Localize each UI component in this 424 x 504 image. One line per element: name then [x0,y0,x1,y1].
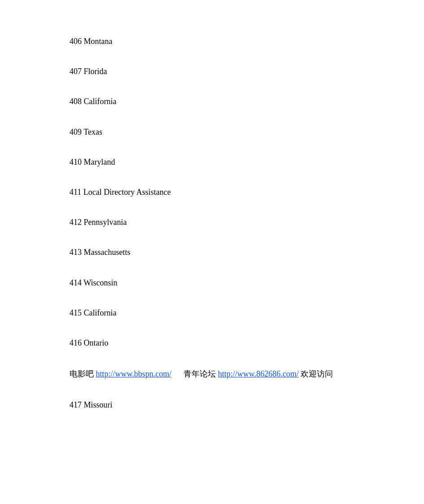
list-item-417[interactable]: 417 Missouri [70,399,424,411]
item-411-label: 411 Local Directory Assistance [70,188,171,197]
list-item-414[interactable]: 414 Wisconsin [70,277,424,289]
footer-prefix: 电影吧 [70,369,94,378]
footer-suffix: 欢迎访问 [301,369,333,378]
list-item-416[interactable]: 416 Ontario [70,337,424,349]
item-412-label: 412 Pennsylvania [70,218,127,227]
item-414-label: 414 Wisconsin [70,278,117,287]
footer-middle: 青年论坛 [184,369,216,378]
list-item-415[interactable]: 415 California [70,307,424,319]
list-item-408[interactable]: 408 California [70,96,424,107]
main-content: 406 Montana 407 Florida 408 California 4… [0,0,424,465]
list-item-410[interactable]: 410 Maryland [70,157,424,168]
item-416-label: 416 Ontario [70,338,108,347]
list-item-411[interactable]: 411 Local Directory Assistance [70,187,424,198]
list-item-407[interactable]: 407 Florida [70,66,424,77]
item-407-label: 407 Florida [70,67,107,76]
item-415-label: 415 California [70,308,116,317]
item-409-label: 409 Texas [70,127,102,136]
item-410-label: 410 Maryland [70,158,115,167]
list-item-406[interactable]: 406 Montana [70,36,424,47]
list-item-413[interactable]: 413 Massachusetts [70,247,424,258]
item-408-label: 408 California [70,97,116,106]
item-417-label: 417 Missouri [70,400,113,409]
item-406-label: 406 Montana [70,37,112,46]
footer-link-1[interactable]: http://www.bbspn.com/ [96,369,172,378]
footer-links: 电影吧 http://www.bbspn.com/ 青年论坛 http://ww… [70,368,424,381]
footer-link-2[interactable]: http://www.862686.com/ [218,369,299,378]
item-413-label: 413 Massachusetts [70,248,130,257]
list-item-412[interactable]: 412 Pennsylvania [70,217,424,228]
list-item-409[interactable]: 409 Texas [70,127,424,138]
